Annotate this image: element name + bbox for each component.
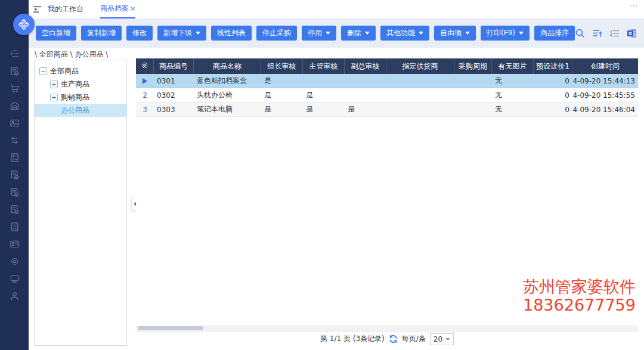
toolbar-button-label: 复制新增 xyxy=(87,28,116,38)
chevron-down-icon xyxy=(196,32,200,35)
nav-menu-icon[interactable] xyxy=(10,49,20,59)
column-header[interactable]: 指定供货商 xyxy=(386,58,454,74)
table-cell: 是 xyxy=(261,103,303,116)
app-logo xyxy=(13,14,35,35)
tab-product-archive[interactable]: 商品档案 × xyxy=(100,0,135,18)
table-cell: 是 xyxy=(303,88,345,102)
column-settings-header[interactable] xyxy=(136,58,154,74)
table-cell: 0303 xyxy=(154,103,194,116)
table-cell xyxy=(345,88,386,102)
horizontal-scrollbar[interactable] xyxy=(136,326,638,331)
disable-button[interactable]: 停用 xyxy=(302,26,336,41)
warehouse-icon[interactable] xyxy=(10,101,20,111)
print-button[interactable]: 打印(F9) xyxy=(481,26,530,41)
collapse-menu-icon[interactable] xyxy=(33,5,42,14)
tree-item-production-goods[interactable]: +生产商品 xyxy=(35,78,126,91)
sort-ascending-icon[interactable] xyxy=(592,28,603,39)
doc-report-icon[interactable] xyxy=(10,187,20,197)
search-icon[interactable] xyxy=(575,28,586,39)
table-cell xyxy=(454,88,492,102)
refresh-icon[interactable] xyxy=(389,334,398,343)
other-functions-button[interactable]: 其他功能 xyxy=(380,26,429,41)
doc-audit-icon[interactable] xyxy=(10,170,20,180)
toolbar-button-label: 自由项 xyxy=(440,28,462,38)
copy-add-button[interactable]: 复制新增 xyxy=(81,26,122,41)
column-header[interactable]: 主管审核 xyxy=(303,58,345,74)
row-marker-cell: 2 xyxy=(136,88,154,102)
column-header[interactable]: 有无图片 xyxy=(492,58,534,74)
table-cell: 2024-09-20 15:44:13 xyxy=(572,74,638,88)
column-header[interactable]: 创建时间 xyxy=(572,58,638,74)
chevron-down-icon xyxy=(326,32,330,35)
table-header-row: 商品编号商品名称组长审核主管审核副总审核指定供货商采购周期有无图片预设进价1创建… xyxy=(136,58,638,74)
tree-item-label: 办公用品 xyxy=(61,106,89,116)
id-card-icon[interactable] xyxy=(10,239,20,249)
per-page-select[interactable]: 20 xyxy=(430,333,454,345)
expand-node-icon[interactable]: + xyxy=(50,94,58,101)
row-height-icon[interactable] xyxy=(609,28,620,39)
table-cell: 是 xyxy=(303,103,345,116)
user-icon[interactable] xyxy=(10,291,20,301)
settings-gear-icon[interactable] xyxy=(10,256,20,267)
tree-item-trading-goods[interactable]: +购销商品 xyxy=(35,91,126,104)
pagination-bar: 第 1/1 页 (3条记录) 每页/条 20 xyxy=(136,331,638,346)
stop-purchase-button[interactable]: 停止采购 xyxy=(256,26,297,41)
column-header[interactable]: 副总审核 xyxy=(345,58,386,74)
add-sublevel-button[interactable]: 新增下级 xyxy=(157,26,206,41)
per-page-value: 20 xyxy=(434,335,442,343)
table-cell xyxy=(386,88,454,102)
table-cell xyxy=(454,103,492,116)
table-cell: 0301 xyxy=(154,74,194,88)
toolbar-button-label: 商品排序 xyxy=(540,28,569,38)
bill-audit-icon[interactable] xyxy=(10,66,20,76)
left-nav-rail xyxy=(0,0,29,350)
table-cell xyxy=(345,74,386,88)
column-header[interactable]: 预设进价1 xyxy=(534,58,572,74)
product-sort-button[interactable]: 商品排序 xyxy=(534,26,575,41)
doc-account-icon[interactable] xyxy=(10,205,20,215)
list-doc-icon[interactable] xyxy=(10,222,20,232)
per-page-label: 每页/条 xyxy=(402,334,426,344)
table-row[interactable]: 0301蓝色粘扣档案盒是无02024-09-20 15:44:13 xyxy=(136,74,638,88)
blank-add-button[interactable]: 空白新增 xyxy=(36,26,76,41)
tree-item-office-supplies[interactable]: 办公用品 xyxy=(35,104,126,117)
calculator-icon[interactable] xyxy=(10,153,20,163)
transfer-icon[interactable] xyxy=(10,135,20,145)
category-tree: −全部商品+生产商品+购销商品办公用品 xyxy=(34,60,127,346)
column-header[interactable]: 商品编号 xyxy=(154,58,194,74)
tree-item-all-products[interactable]: −全部商品 xyxy=(35,64,126,78)
table-cell: 2024-09-20 15:46:04 xyxy=(572,103,638,116)
tab-product-archive-label: 商品档案 xyxy=(100,4,129,14)
tree-item-label: 全部商品 xyxy=(50,66,79,76)
tab-workbench[interactable]: 我的工作台 xyxy=(48,0,83,18)
tab-workbench-label: 我的工作台 xyxy=(48,4,83,14)
tree-item-label: 购销商品 xyxy=(61,92,89,103)
image-icon[interactable] xyxy=(10,118,20,128)
current-row-arrow-icon xyxy=(143,78,147,84)
modify-button[interactable]: 修改 xyxy=(126,26,153,41)
table-cell xyxy=(386,103,454,116)
table-row[interactable]: 30303笔记本电脑是是是无02024-09-20 15:46:04 xyxy=(136,103,638,117)
column-header[interactable]: 采购周期 xyxy=(454,58,492,74)
table-cell: 笔记本电脑 xyxy=(194,103,261,116)
tab-close-icon[interactable]: × xyxy=(130,5,135,13)
column-header[interactable]: 商品名称 xyxy=(194,58,261,74)
linear-list-button[interactable]: 线性列表 xyxy=(211,26,252,41)
column-header[interactable]: 组长审核 xyxy=(261,58,303,74)
table-cell: 是 xyxy=(261,88,303,102)
table-cell: 无 xyxy=(492,74,534,88)
free-item-button[interactable]: 自由项 xyxy=(434,26,476,41)
tab-overflow-icon[interactable]: ⋯ xyxy=(630,1,638,10)
expand-node-icon[interactable]: + xyxy=(50,80,58,88)
chevron-down-icon xyxy=(519,32,524,35)
table-row[interactable]: 20302头枕办公椅是是无02024-09-20 15:45:55 xyxy=(136,88,638,103)
collapse-node-icon[interactable]: − xyxy=(39,67,47,75)
excel-export-icon[interactable] xyxy=(627,28,637,39)
table-cell xyxy=(454,74,492,88)
horizontal-scrollbar-thumb[interactable] xyxy=(138,326,203,330)
chevron-down-icon xyxy=(419,32,423,35)
toolbar-button-label: 停用 xyxy=(308,28,322,38)
monitor-icon[interactable] xyxy=(10,274,20,284)
delete-button[interactable]: 删除 xyxy=(341,26,376,41)
cart-icon[interactable] xyxy=(10,83,20,94)
